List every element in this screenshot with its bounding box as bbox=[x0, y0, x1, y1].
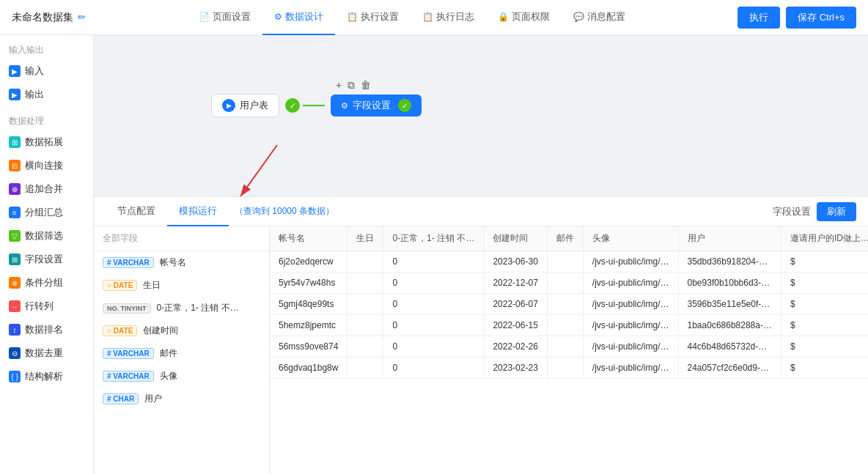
table-cell: 2022-06-07 bbox=[484, 294, 547, 315]
field-row[interactable]: # VARCHAR帐号名 bbox=[94, 251, 269, 274]
table-cell: /jvs-ui-public/img/… bbox=[583, 358, 678, 379]
topbar-actions: 执行 保存 Ctrl+s bbox=[738, 7, 856, 29]
table-row: 5hemz8jpemtc02022-06-15/jvs-ui-public/im… bbox=[270, 315, 868, 336]
table-cell bbox=[547, 358, 583, 379]
table-cell bbox=[547, 315, 583, 336]
sidebar-item-struct-parse[interactable]: { } 结构解析 bbox=[0, 365, 93, 388]
sidebar-item-field-settings[interactable]: ⊞ 字段设置 bbox=[0, 248, 93, 271]
table-cell: $ bbox=[781, 294, 868, 315]
table-cell: /jvs-ui-public/img/… bbox=[583, 294, 678, 315]
table-cell: 0 bbox=[383, 251, 484, 273]
struct-parse-icon: { } bbox=[9, 371, 21, 382]
sidebar: 输入输出 ▶ 输入 ▶ 输出 数据处理 ⊞ 数据拓展 ⊟ 横向连接 ⊕ 追加合并… bbox=[0, 35, 94, 474]
sidebar-item-data-dedup[interactable]: ⊖ 数据去重 bbox=[0, 341, 93, 365]
sidebar-item-data-expand[interactable]: ⊞ 数据拓展 bbox=[0, 130, 93, 154]
table-cell: $ bbox=[781, 336, 868, 358]
sidebar-item-row-to-col[interactable]: ↔ 行转列 bbox=[0, 295, 93, 318]
data-table-wrap[interactable]: 帐号名生日0-正常，1- 注销 不…创建时间邮件头像用户邀请用户的ID做上… 6… bbox=[270, 226, 868, 474]
sidebar-item-condition-group[interactable]: ⊗ 条件分组 bbox=[0, 271, 93, 295]
add-node-icon[interactable]: + bbox=[336, 79, 342, 92]
table-cell bbox=[347, 336, 383, 358]
sidebar-section-data: 数据处理 bbox=[0, 106, 93, 130]
table-cell: 44c6b48d65732d-… bbox=[678, 336, 781, 358]
table-row: 6j2o2edqercw02023-06-30/jvs-ui-public/im… bbox=[270, 251, 868, 273]
sidebar-item-input[interactable]: ▶ 输入 bbox=[0, 59, 93, 83]
save-button[interactable]: 保存 Ctrl+s bbox=[786, 7, 856, 29]
content-area: + ⧉ 🗑 ▶ 用户表 ✓ ⚙ 字段设置 ✓ bbox=[94, 35, 868, 474]
table-cell: /jvs-ui-public/img/… bbox=[583, 336, 678, 358]
canvas-nodes: ▶ 用户表 ✓ ⚙ 字段设置 ✓ bbox=[211, 94, 422, 117]
field-name: 头像 bbox=[160, 370, 177, 382]
table-cell: 0 bbox=[383, 315, 484, 336]
field-row[interactable]: NO. TINYINT0-正常，1- 注销 不… bbox=[94, 297, 269, 319]
table-cell: 2022-12-07 bbox=[484, 273, 547, 294]
table-cell: /jvs-ui-public/img/… bbox=[583, 251, 678, 273]
field-row[interactable]: # VARCHAR邮件 bbox=[94, 342, 269, 365]
data-table: 帐号名生日0-正常，1- 注销 不…创建时间邮件头像用户邀请用户的ID做上… 6… bbox=[270, 226, 868, 379]
table-cell: /jvs-ui-public/img/… bbox=[583, 273, 678, 294]
table-row: 66gdvaq1bg8w02023-02-23/jvs-ui-public/im… bbox=[270, 358, 868, 379]
table-head: 帐号名生日0-正常，1- 注销 不…创建时间邮件头像用户邀请用户的ID做上… bbox=[270, 226, 868, 251]
tab-simulate[interactable]: 模拟运行 bbox=[167, 197, 229, 226]
fields-header: 全部字段 bbox=[94, 226, 269, 251]
table-cell: 2023-06-30 bbox=[484, 251, 547, 273]
table-cell: /jvs-ui-public/img/… bbox=[583, 315, 678, 336]
sidebar-item-output[interactable]: ▶ 输出 bbox=[0, 83, 93, 106]
nav-data-design[interactable]: ⚙ 数据设计 bbox=[262, 0, 335, 35]
nav-exec-settings[interactable]: 📋 执行设置 bbox=[335, 0, 411, 35]
sidebar-item-group-summary[interactable]: ≡ 分组汇总 bbox=[0, 201, 93, 224]
field-type-badge: NO. TINYINT bbox=[103, 303, 151, 314]
edit-title-icon[interactable]: ✏ bbox=[78, 12, 86, 23]
field-row[interactable]: ○ DATE创建时间 bbox=[94, 319, 269, 342]
field-name: 0-正常，1- 注销 不… bbox=[157, 302, 239, 314]
nav-msg-config[interactable]: 💬 消息配置 bbox=[562, 0, 637, 35]
sidebar-item-add-merge[interactable]: ⊕ 追加合并 bbox=[0, 177, 93, 201]
table-col-header: 0-正常，1- 注销 不… bbox=[383, 226, 484, 251]
table-row: 5yr54v7w48hs02022-12-07/jvs-ui-public/im… bbox=[270, 273, 868, 294]
nav-page-settings[interactable]: 📄 页面设置 bbox=[187, 0, 262, 35]
sidebar-item-data-sort[interactable]: ↕ 数据排名 bbox=[0, 318, 93, 341]
condition-group-icon: ⊗ bbox=[9, 277, 21, 289]
msg-config-icon: 💬 bbox=[573, 12, 584, 22]
table-cell: 35dbd36b918204-… bbox=[678, 251, 781, 273]
table-col-header: 帐号名 bbox=[270, 226, 347, 251]
node-field-settings[interactable]: ⚙ 字段设置 ✓ bbox=[331, 95, 422, 116]
table-row: 56mss9ove87402022-02-26/jvs-ui-public/im… bbox=[270, 336, 868, 358]
field-row[interactable]: # CHAR用户 bbox=[94, 388, 269, 410]
nav-exec-log[interactable]: 📋 执行日志 bbox=[411, 0, 486, 35]
table-cell: 2022-02-26 bbox=[484, 336, 547, 358]
field-type-badge: ○ DATE bbox=[103, 325, 137, 336]
table-cell: 5yr54v7w48hs bbox=[270, 273, 347, 294]
nav-page-auth[interactable]: 🔒 页面权限 bbox=[486, 0, 562, 35]
table-cell: 6j2o2edqercw bbox=[270, 251, 347, 273]
sidebar-item-data-filter[interactable]: ▽ 数据筛选 bbox=[0, 224, 93, 248]
delete-node-icon[interactable]: 🗑 bbox=[361, 79, 371, 92]
table-col-header: 生日 bbox=[347, 226, 383, 251]
node-user-table[interactable]: ▶ 用户表 bbox=[211, 94, 279, 117]
fields-panel: 全部字段 # VARCHAR帐号名○ DATE生日NO. TINYINT0-正常… bbox=[94, 226, 270, 474]
table-cell bbox=[347, 358, 383, 379]
refresh-button[interactable]: 刷新 bbox=[817, 202, 856, 221]
field-type-badge: # VARCHAR bbox=[103, 257, 154, 268]
bottom-panel: 节点配置 模拟运行 （查询到 10000 条数据） 字段设置 刷新 全部字段 #… bbox=[94, 196, 868, 474]
field-name: 帐号名 bbox=[160, 256, 186, 269]
add-merge-icon: ⊕ bbox=[9, 183, 21, 195]
data-dedup-icon: ⊖ bbox=[9, 347, 21, 359]
execute-button[interactable]: 执行 bbox=[738, 7, 780, 29]
page-auth-icon: 🔒 bbox=[498, 12, 509, 22]
table-cell: $ bbox=[781, 315, 868, 336]
tab-node-config[interactable]: 节点配置 bbox=[106, 197, 167, 226]
field-type-badge: ○ DATE bbox=[103, 280, 137, 291]
table-col-header: 头像 bbox=[583, 226, 678, 251]
table-cell bbox=[547, 251, 583, 273]
field-row[interactable]: ○ DATE生日 bbox=[94, 274, 269, 297]
copy-node-icon[interactable]: ⧉ bbox=[347, 79, 355, 92]
table-body: 6j2o2edqercw02023-06-30/jvs-ui-public/im… bbox=[270, 251, 868, 379]
query-hint[interactable]: （查询到 10000 条数据） bbox=[235, 205, 334, 218]
table-cell: 3596b35e11e5e0f-… bbox=[678, 294, 781, 315]
field-row[interactable]: # VARCHAR头像 bbox=[94, 365, 269, 388]
table-cell: 0 bbox=[383, 273, 484, 294]
panel-tabs: 节点配置 模拟运行 （查询到 10000 条数据） 字段设置 刷新 bbox=[94, 197, 868, 226]
app-title: 未命名数据集 ✏ bbox=[12, 11, 86, 24]
sidebar-item-horizontal-join[interactable]: ⊟ 横向连接 bbox=[0, 154, 93, 177]
